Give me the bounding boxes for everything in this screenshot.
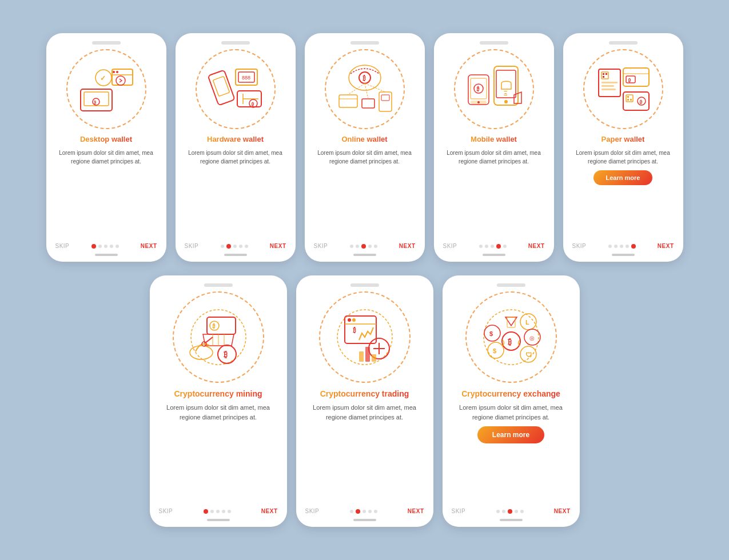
crypto-mining-dot-3[interactable] — [222, 510, 225, 513]
paper-wallet-dot-1[interactable] — [614, 245, 618, 248]
phone-card-crypto-mining: ₿ ₿ Cryptocurrency miningLorem ipsum dol… — [150, 275, 287, 527]
crypto-trading-next[interactable]: NEXT — [408, 508, 424, 514]
crypto-mining-dot-4[interactable] — [228, 510, 231, 513]
svg-rect-28 — [381, 95, 389, 101]
hardware-wallet-dot-4[interactable] — [245, 245, 248, 248]
crypto-trading-title: Cryptocurrency trading — [320, 389, 409, 399]
phone-home-bar — [353, 254, 376, 256]
hardware-wallet-next[interactable]: NEXT — [270, 243, 286, 249]
paper-wallet-skip[interactable]: SKIP — [572, 243, 587, 249]
online-wallet-dot-2[interactable] — [361, 244, 366, 249]
crypto-mining-dot-2[interactable] — [216, 510, 220, 513]
mobile-wallet-dot-1[interactable] — [485, 245, 488, 248]
paper-wallet-dot-2[interactable] — [620, 245, 623, 248]
desktop-wallet-dot-4[interactable] — [115, 245, 119, 248]
svg-rect-47 — [601, 82, 618, 83]
paper-wallet-icon-circle: ₿ ₿ — [583, 49, 663, 129]
online-wallet-body: Lorem ipsum dolor sit dim amet, mea regi… — [312, 149, 418, 166]
paper-wallet-learn-more-button[interactable]: Learn more — [593, 170, 653, 185]
svg-rect-82 — [359, 351, 364, 362]
desktop-wallet-dot-0[interactable] — [91, 244, 96, 249]
mobile-wallet-dot-0[interactable] — [479, 245, 483, 248]
crypto-trading-icon-circle: ₿ — [319, 291, 411, 383]
crypto-trading-dot-0[interactable] — [350, 510, 353, 513]
desktop-wallet-nav: SKIPNEXT — [53, 239, 160, 249]
crypto-exchange-next[interactable]: NEXT — [554, 508, 571, 514]
phone-notch — [221, 41, 250, 45]
svg-rect-43 — [601, 72, 608, 79]
crypto-mining-next[interactable]: NEXT — [261, 508, 278, 514]
online-wallet-dot-0[interactable] — [350, 245, 353, 248]
svg-rect-50 — [623, 68, 649, 86]
svg-text:₿: ₿ — [508, 337, 512, 346]
mobile-wallet-icon: ₿ Ξ — [463, 58, 525, 121]
paper-wallet-dot-0[interactable] — [608, 245, 612, 248]
svg-rect-55 — [626, 95, 633, 102]
crypto-trading-dot-3[interactable] — [368, 510, 372, 513]
paper-wallet-next[interactable]: NEXT — [658, 243, 674, 249]
crypto-trading-nav: SKIPNEXT — [303, 505, 427, 514]
paper-wallet-dots — [608, 244, 636, 249]
mobile-wallet-dot-4[interactable] — [503, 245, 507, 248]
crypto-exchange-dot-4[interactable] — [520, 510, 524, 513]
svg-text:🛡: 🛡 — [525, 351, 532, 358]
svg-rect-1 — [84, 92, 109, 106]
online-wallet-dot-3[interactable] — [368, 245, 372, 248]
crypto-trading-dot-4[interactable] — [374, 510, 377, 513]
online-wallet-next[interactable]: NEXT — [399, 243, 416, 249]
paper-wallet-body: Lorem ipsum dolor sit dim amet, mea regi… — [570, 149, 676, 166]
svg-text:◎: ◎ — [529, 335, 535, 341]
crypto-trading-skip[interactable]: SKIP — [305, 508, 320, 514]
svg-rect-26 — [362, 99, 375, 108]
crypto-mining-dot-0[interactable] — [204, 509, 208, 514]
phone-home-bar — [95, 254, 118, 256]
online-wallet-dot-1[interactable] — [356, 245, 359, 248]
hardware-wallet-dot-3[interactable] — [239, 245, 242, 248]
crypto-mining-dot-1[interactable] — [210, 510, 214, 513]
hardware-wallet-skip[interactable]: SKIP — [185, 243, 199, 249]
phone-notch — [92, 41, 121, 45]
crypto-exchange-icon-circle: L ◎ 🛡 $ $ ₿ — [465, 291, 557, 383]
crypto-exchange-dot-2[interactable] — [508, 509, 512, 514]
desktop-wallet-dot-1[interactable] — [98, 245, 102, 248]
crypto-exchange-dot-3[interactable] — [515, 510, 518, 513]
desktop-wallet-dot-3[interactable] — [110, 245, 113, 248]
crypto-exchange-dot-1[interactable] — [502, 510, 505, 513]
paper-wallet-dot-3[interactable] — [626, 245, 629, 248]
svg-rect-24 — [339, 95, 357, 107]
paper-wallet-title: Paper wallet — [601, 135, 645, 145]
crypto-exchange-dot-0[interactable] — [496, 510, 500, 513]
phone-home-bar — [353, 519, 376, 521]
desktop-wallet-dot-2[interactable] — [104, 245, 107, 248]
svg-rect-52 — [626, 76, 635, 83]
hardware-wallet-dot-0[interactable] — [221, 245, 224, 248]
crypto-trading-body: Lorem ipsum dolor sit dim amet, mea regi… — [303, 403, 427, 422]
crypto-trading-dot-2[interactable] — [362, 510, 366, 513]
crypto-mining-icon-circle: ₿ ₿ — [173, 291, 264, 383]
svg-text:L: L — [525, 319, 529, 326]
paper-wallet-nav: SKIPNEXT — [570, 239, 676, 249]
phone-home-bar — [224, 254, 247, 256]
crypto-mining-skip[interactable]: SKIP — [159, 508, 173, 514]
hardware-wallet-dot-1[interactable] — [226, 244, 231, 249]
mobile-wallet-dot-2[interactable] — [491, 245, 494, 248]
desktop-wallet-skip[interactable]: SKIP — [55, 243, 70, 249]
svg-rect-83 — [365, 347, 370, 362]
online-wallet-skip[interactable]: SKIP — [314, 243, 328, 249]
crypto-exchange-skip[interactable]: SKIP — [452, 508, 466, 514]
svg-rect-57 — [630, 99, 632, 101]
hardware-wallet-dot-2[interactable] — [233, 245, 237, 248]
online-wallet-dot-4[interactable] — [374, 245, 377, 248]
crypto-exchange-dots — [496, 509, 524, 514]
desktop-wallet-next[interactable]: NEXT — [141, 243, 157, 249]
svg-rect-48 — [601, 85, 614, 87]
crypto-trading-dot-1[interactable] — [356, 509, 360, 514]
mobile-wallet-next[interactable]: NEXT — [528, 243, 545, 249]
crypto-exchange-learn-more-button[interactable]: Learn more — [477, 426, 544, 443]
crypto-exchange-body: Lorem ipsum dolor sit dim amet, mea regi… — [449, 403, 573, 422]
mobile-wallet-skip[interactable]: SKIP — [443, 243, 457, 249]
svg-point-6 — [113, 71, 115, 73]
mobile-wallet-dot-3[interactable] — [496, 244, 501, 249]
paper-wallet-dot-4[interactable] — [631, 244, 636, 249]
desktop-wallet-icon-circle: ₿ ✓ — [66, 49, 146, 129]
